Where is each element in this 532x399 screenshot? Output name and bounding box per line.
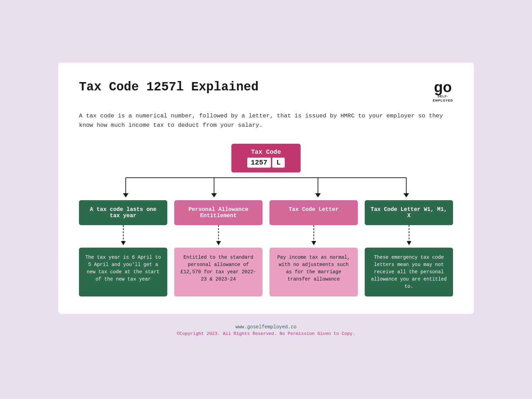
svg-marker-12 bbox=[216, 241, 221, 245]
dashed-col-2 bbox=[174, 225, 263, 248]
footer: www.goselfemployed.co ©Copyright 2023. A… bbox=[58, 324, 474, 336]
tax-code-value-row: 1257 L bbox=[242, 158, 290, 168]
dashed-arrow-2 bbox=[215, 225, 222, 248]
svg-marker-8 bbox=[404, 193, 409, 197]
svg-marker-14 bbox=[311, 241, 316, 245]
intro-paragraph: A tax code is a numerical number, follow… bbox=[79, 111, 453, 130]
dashed-arrow-4 bbox=[406, 225, 413, 248]
diagram-top: Tax Code 1257 L bbox=[79, 144, 453, 172]
svg-marker-10 bbox=[121, 241, 126, 245]
tax-code-number: 1257 bbox=[247, 158, 271, 168]
top-arrows-container bbox=[79, 172, 453, 200]
dashed-col-1 bbox=[79, 225, 167, 248]
logo-sub-text: SELF- EMPLOYED bbox=[433, 95, 453, 103]
tax-code-letter: L bbox=[272, 158, 285, 168]
footer-website: www.goselfemployed.co bbox=[58, 324, 474, 330]
top-box-1: A tax code lasts one tax year bbox=[79, 200, 167, 225]
svg-marker-16 bbox=[407, 241, 411, 245]
logo: go SELF- EMPLOYED bbox=[433, 80, 453, 103]
dashed-arrows-row bbox=[79, 225, 453, 248]
main-card: Tax Code 1257l Explained go SELF- EMPLOY… bbox=[58, 63, 474, 314]
bottom-box-4: These emergency tax code letters mean yo… bbox=[365, 248, 453, 296]
svg-marker-2 bbox=[123, 193, 128, 197]
header-row: Tax Code 1257l Explained go SELF- EMPLOY… bbox=[79, 80, 453, 103]
bottom-boxes-row: The tax year is 6 April to 5 April and y… bbox=[79, 248, 453, 296]
dashed-arrow-1 bbox=[120, 225, 127, 248]
page-title: Tax Code 1257l Explained bbox=[79, 80, 258, 94]
tax-code-center-box: Tax Code 1257 L bbox=[231, 144, 301, 172]
diagram: Tax Code 1257 L bbox=[79, 144, 453, 296]
tax-code-center-label: Tax Code bbox=[242, 149, 290, 156]
svg-marker-4 bbox=[211, 193, 217, 197]
dashed-col-4 bbox=[365, 225, 453, 248]
dashed-col-3 bbox=[269, 225, 358, 248]
logo-go-text: go bbox=[434, 80, 452, 95]
top-boxes-row: A tax code lasts one tax year Personal A… bbox=[79, 200, 453, 225]
top-box-2: Personal Allowance Entitlement bbox=[174, 200, 263, 225]
bottom-box-2: Entitled to the standard personal allowa… bbox=[174, 248, 263, 296]
svg-marker-6 bbox=[315, 193, 321, 197]
footer-copyright: ©Copyright 2023. All Rights Reserved. No… bbox=[58, 331, 474, 336]
bottom-box-3: Pay income tax as normal, with no adjust… bbox=[269, 248, 358, 296]
top-arrows-svg bbox=[79, 172, 453, 200]
page-wrapper: Tax Code 1257l Explained go SELF- EMPLOY… bbox=[58, 63, 474, 336]
top-box-4: Tax Code Letter W1, M1, X bbox=[365, 200, 453, 225]
bottom-box-1: The tax year is 6 April to 5 April and y… bbox=[79, 248, 167, 296]
dashed-arrow-3 bbox=[310, 225, 317, 248]
top-box-3: Tax Code Letter bbox=[269, 200, 358, 225]
